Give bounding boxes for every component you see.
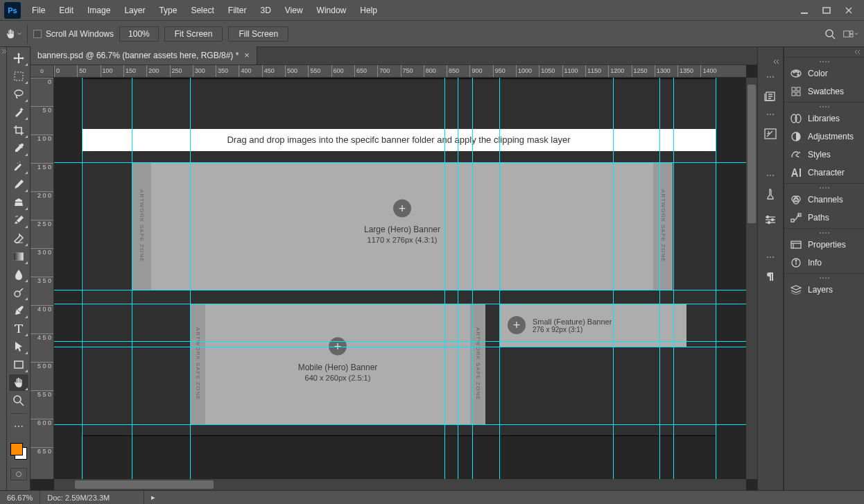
guide-vertical[interactable] bbox=[458, 78, 458, 479]
guide-horizontal[interactable] bbox=[54, 347, 746, 347]
blur-tool[interactable] bbox=[9, 266, 28, 283]
search-icon[interactable] bbox=[822, 26, 838, 42]
guide-vertical[interactable] bbox=[472, 78, 473, 479]
svg-rect-30 bbox=[797, 87, 800, 91]
guide-vertical[interactable] bbox=[82, 78, 83, 479]
path-selection-tool[interactable] bbox=[9, 338, 28, 355]
guide-vertical[interactable] bbox=[673, 78, 674, 479]
workspace-switcher-icon[interactable] bbox=[843, 26, 858, 42]
panel-paths[interactable]: Paths bbox=[784, 209, 864, 227]
clone-stamp-tool[interactable] bbox=[9, 194, 28, 211]
fill-screen-button[interactable]: Fill Screen bbox=[228, 26, 288, 42]
guide-vertical[interactable] bbox=[716, 78, 716, 479]
menu-view[interactable]: View bbox=[278, 0, 310, 21]
menu-3d[interactable]: 3D bbox=[253, 0, 277, 21]
guide-vertical[interactable] bbox=[499, 78, 500, 479]
healing-brush-tool[interactable] bbox=[9, 158, 28, 175]
panel-info[interactable]: Info bbox=[784, 254, 864, 272]
svg-point-34 bbox=[795, 114, 801, 123]
viewport[interactable]: Drag and drop images into the specifc ba… bbox=[54, 78, 746, 479]
character-panel-icon bbox=[790, 167, 802, 178]
toolbox: ⋯ bbox=[7, 47, 31, 490]
guide-vertical[interactable] bbox=[444, 78, 445, 479]
panel-swatches[interactable]: Swatches bbox=[784, 82, 864, 101]
foreground-color-swatch[interactable] bbox=[10, 443, 23, 455]
status-doc-size[interactable]: Doc: 2.59M/23.3M bbox=[40, 491, 144, 504]
hand-tool[interactable] bbox=[9, 374, 28, 391]
guide-vertical[interactable] bbox=[613, 78, 614, 479]
ruler-origin[interactable]: 0 bbox=[31, 65, 54, 78]
svg-point-26 bbox=[795, 71, 797, 72]
gradient-tool[interactable] bbox=[9, 248, 28, 265]
scrollbar-horizontal[interactable] bbox=[54, 479, 746, 490]
marquee-tool[interactable] bbox=[9, 68, 28, 85]
maximize-button[interactable] bbox=[817, 3, 836, 17]
magic-wand-tool[interactable] bbox=[9, 104, 28, 121]
scroll-all-windows-checkbox[interactable]: Scroll All Windows bbox=[33, 29, 114, 39]
panel-color[interactable]: Color bbox=[784, 64, 864, 82]
status-zoom[interactable]: 66.67% bbox=[0, 491, 40, 504]
document-tab[interactable]: banners.psd @ 66.7% (banner assets here,… bbox=[31, 46, 257, 64]
close-button[interactable] bbox=[839, 3, 858, 17]
rectangle-tool[interactable] bbox=[9, 356, 28, 373]
history-brush-tool[interactable] bbox=[9, 212, 28, 229]
panel-channels[interactable]: Channels bbox=[784, 191, 864, 209]
eraser-tool[interactable] bbox=[9, 230, 28, 247]
svg-rect-6 bbox=[844, 31, 849, 36]
panel-layers[interactable]: Layers bbox=[784, 281, 864, 299]
guide-horizontal[interactable] bbox=[54, 341, 746, 342]
collapse-panels-button[interactable] bbox=[784, 47, 864, 57]
menu-window[interactable]: Window bbox=[310, 0, 354, 21]
panel-libraries[interactable]: Libraries bbox=[784, 110, 864, 128]
close-tab-icon[interactable]: × bbox=[244, 46, 250, 64]
edit-toolbar-button[interactable]: ⋯ bbox=[9, 418, 28, 435]
panel-label: Layers bbox=[808, 285, 833, 295]
panel-character[interactable]: Character bbox=[784, 164, 864, 182]
guide-vertical[interactable] bbox=[132, 78, 132, 479]
fit-screen-button[interactable]: Fit Screen bbox=[164, 26, 223, 42]
panel-styles[interactable]: Styles bbox=[784, 146, 864, 164]
menu-edit[interactable]: Edit bbox=[52, 0, 80, 21]
crop-tool[interactable] bbox=[9, 122, 28, 139]
small-feature-banner-placeholder: + Small (Feature) Banner 276 x 92px (3:1… bbox=[499, 304, 686, 347]
menu-layer[interactable]: Layer bbox=[117, 0, 152, 21]
guide-vertical[interactable] bbox=[659, 78, 660, 479]
brushes-panel-icon[interactable] bbox=[761, 187, 779, 202]
pen-tool[interactable] bbox=[9, 302, 28, 319]
minimize-button[interactable] bbox=[795, 3, 814, 17]
scrollbar-vertical[interactable] bbox=[746, 78, 757, 479]
zoom-value[interactable]: 100% bbox=[119, 26, 159, 42]
brush-tool[interactable] bbox=[9, 176, 28, 193]
hand-tool-icon[interactable] bbox=[6, 24, 28, 44]
toolbox-collapse-strip[interactable] bbox=[0, 47, 7, 490]
guide-horizontal[interactable] bbox=[54, 290, 746, 290]
guide-horizontal[interactable] bbox=[54, 162, 746, 163]
paragraph-panel-icon[interactable] bbox=[761, 269, 779, 284]
type-tool[interactable] bbox=[9, 320, 28, 337]
dodge-tool[interactable] bbox=[9, 284, 28, 301]
menu-image[interactable]: Image bbox=[80, 0, 117, 21]
panel-adjustments[interactable]: Adjustments bbox=[784, 128, 864, 146]
navigator-panel-icon[interactable] bbox=[761, 126, 779, 141]
ruler-horizontal[interactable]: 0501001502002503003504004505005506006507… bbox=[54, 65, 746, 78]
menu-file[interactable]: File bbox=[25, 0, 52, 21]
guide-horizontal[interactable] bbox=[54, 424, 746, 425]
guide-vertical[interactable] bbox=[190, 78, 191, 479]
status-menu-arrow[interactable]: ▸ bbox=[144, 493, 162, 502]
menu-help[interactable]: Help bbox=[353, 0, 384, 21]
lasso-tool[interactable] bbox=[9, 86, 28, 103]
history-panel-icon[interactable] bbox=[761, 89, 779, 104]
eyedropper-tool[interactable] bbox=[9, 140, 28, 157]
panel-properties[interactable]: Properties bbox=[784, 236, 864, 254]
move-tool[interactable] bbox=[9, 50, 28, 67]
menu-filter[interactable]: Filter bbox=[221, 0, 254, 21]
zoom-tool[interactable] bbox=[9, 392, 28, 409]
info-panel-icon bbox=[790, 257, 802, 268]
quick-mask-button[interactable] bbox=[10, 468, 27, 480]
brush-settings-panel-icon[interactable] bbox=[761, 212, 779, 227]
ruler-vertical[interactable]: 05 01 0 01 5 02 0 02 5 03 0 03 5 04 0 04… bbox=[31, 78, 54, 479]
menu-select[interactable]: Select bbox=[184, 0, 221, 21]
menu-type[interactable]: Type bbox=[152, 0, 184, 21]
guide-horizontal[interactable] bbox=[54, 304, 746, 304]
color-swatch[interactable] bbox=[9, 442, 28, 461]
